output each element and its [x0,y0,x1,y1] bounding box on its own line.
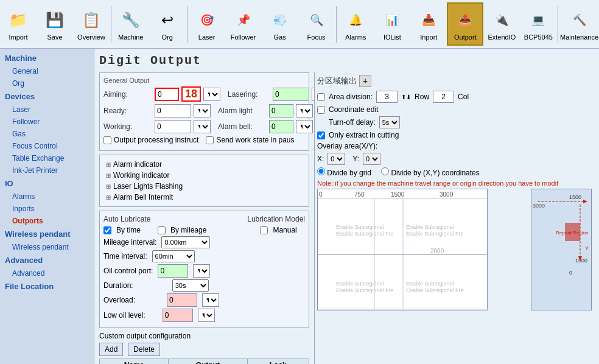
coordinate-edit-checkbox[interactable] [317,106,325,114]
low-oil-select[interactable]: ▼ [198,309,215,322]
sidebar-item-focus-control[interactable]: Focus Control [0,140,94,152]
send-work-state-checkbox[interactable] [206,136,214,144]
toolbar-machine[interactable]: 🔧 Machine [113,2,149,46]
toolbar-follower[interactable]: 📌 Follower [225,2,262,46]
zone-add-button[interactable]: + [359,75,371,87]
area-division-checkbox[interactable] [317,93,325,101]
alarms-icon: 🔔 [343,8,368,32]
toolbar-import[interactable]: 📁 Import [0,2,37,46]
lub-model-label: Lubrication Model [247,215,305,226]
alarm-light-input[interactable] [269,104,293,117]
extract-checkbox[interactable] [317,131,325,139]
sidebar-item-general[interactable]: General [0,65,94,77]
by-mileage-checkbox[interactable] [158,226,166,234]
ready-input[interactable] [155,104,191,117]
divide-by-grid-label[interactable]: Divide by grid [317,167,371,177]
sidebar-item-follower[interactable]: Follower [0,116,94,128]
org-icon: ↩ [155,8,180,32]
area-cols-input[interactable] [433,91,454,103]
expand-laser-lights[interactable]: ⊞ Laser Lights Flashing [103,181,305,192]
alarm-bell-input[interactable] [269,120,293,133]
output-processing-checkbox[interactable] [103,136,111,144]
expand-icon-4: ⊞ [106,194,111,201]
toolbar-inport[interactable]: 📥 Inport [410,2,447,46]
oil-port-input[interactable] [158,264,188,278]
oil-port-select[interactable]: ▼ [193,264,210,278]
sidebar-category-devices[interactable]: Devices [0,89,94,103]
sep2 [187,6,187,43]
toolbar-focus[interactable]: 🔍 Focus [298,2,335,46]
working-select[interactable]: ▼ [194,120,211,133]
mileage-select[interactable]: 0.00km [161,236,210,248]
toolbar-maintenance[interactable]: 🔨 Maintenance [559,2,599,46]
send-work-state-label: Send work state in paus [216,136,294,144]
sidebar-item-table-exchange[interactable]: Table Exchange [0,152,94,164]
by-time-checkbox[interactable] [103,226,111,234]
toolbar-overview[interactable]: 📋 Overview [73,2,110,46]
working-input[interactable] [155,120,191,133]
machine-icon: 🔧 [119,8,143,32]
toolbar-org[interactable]: ↩ Org [149,2,186,46]
area-rows-input[interactable] [376,91,398,103]
aiming-label: Aiming: [103,90,152,99]
ready-select[interactable]: ▼ [194,104,211,117]
toolbar-bcp5045[interactable]: 💻 BCP5045 [520,2,556,46]
overload-input[interactable] [167,293,197,307]
sidebar-item-gas[interactable]: Gas [0,128,94,140]
overload-select[interactable]: ▼ [202,293,219,307]
expand-working-indicator[interactable]: ⊞ Working indicator [103,170,305,181]
duration-select[interactable]: 30s [172,279,209,292]
svg-marker-21 [583,200,587,203]
toolbar-outport[interactable]: 📤 Outport [447,2,483,46]
diagram-container: 0 750 1500 3000 2000 [317,189,592,312]
toolbar-gas[interactable]: 💨 Gas [262,2,298,46]
alarm-light-select[interactable]: ▼ [296,104,313,117]
x-select[interactable]: 0 [328,153,345,165]
expand-label-3: Laser Lights Flashing [113,182,183,191]
sidebar-category-advanced[interactable]: Advanced [0,253,94,267]
lasering-input[interactable] [273,88,309,101]
import-icon: 📁 [6,8,30,32]
toolbar-laser[interactable]: 🎯 Laser [189,2,225,46]
expand-label-2: Working indicator [113,171,169,180]
sidebar-item-advanced2[interactable]: Advanced [0,267,94,279]
sidebar-item-wireless2[interactable]: Wireless pendant [0,241,94,253]
low-oil-input[interactable] [163,309,193,322]
sidebar-item-inports[interactable]: Inports [0,203,94,215]
turnoff-select[interactable]: 5s [379,116,400,128]
sidebar-category-io[interactable]: IO [0,177,94,191]
time-select[interactable]: 60min [152,250,195,262]
alarm-bell-select[interactable]: ▼ [296,120,313,133]
gas-label: Gas [273,33,285,41]
divide-xy-radio[interactable] [381,167,389,175]
y-label: Y: [352,155,359,163]
toolbar-save[interactable]: 💾 Save [37,2,73,46]
manual-checkbox[interactable] [260,226,268,234]
sidebar-item-alarms[interactable]: Alarms [0,191,94,203]
aiming-input[interactable] [155,88,179,101]
y-select[interactable]: 0 [363,153,380,165]
sidebar-category-wireless[interactable]: Wireless pendant [0,227,94,241]
col-name: Name [100,359,169,365]
sidebar-item-outports[interactable]: Outports [0,215,94,227]
sidebar-category-machine[interactable]: Machine [0,51,94,65]
aiming-select[interactable]: ▼ [203,88,220,101]
divide-grid-radio[interactable] [317,167,325,175]
svg-text:1500: 1500 [391,191,405,198]
sidebar-item-inkjet[interactable]: Ink-Jet Printer [0,164,94,177]
toolbar-extendio[interactable]: 🔌 ExtendIO [483,2,520,46]
toolbar-iolist[interactable]: 📊 IOList [374,2,410,46]
svg-text:Enable Subregional Fre: Enable Subregional Fre [336,231,394,237]
toolbar-alarms[interactable]: 🔔 Alarms [337,2,374,46]
sidebar-category-file[interactable]: File Location [0,279,94,293]
expand-alarm-bell[interactable]: ⊞ Alarm Bell Intermit [103,192,305,203]
sidebar-item-laser[interactable]: Laser [0,103,94,116]
divide-by-xy-label[interactable]: Divide by (X,Y) coordinates [381,167,480,177]
expand-alarm-indicator[interactable]: ⊞ Alarm indicator [103,159,305,170]
add-button[interactable]: Add [99,343,123,356]
delete-button[interactable]: Delete [128,343,160,356]
sidebar-item-org[interactable]: Org [0,77,94,89]
ready-row: Ready: ▼ Alarm light ▼ [103,104,305,117]
radio-row: Divide by grid Divide by (X,Y) coordinat… [317,167,592,177]
svg-text:0: 0 [319,191,323,198]
